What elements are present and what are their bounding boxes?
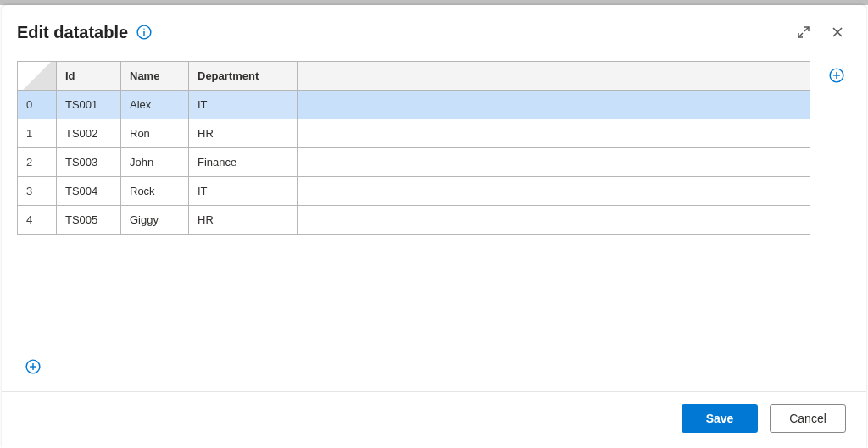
dialog-title: Edit datatable — [17, 23, 128, 42]
edit-datatable-dialog: Edit datatable — [2, 5, 866, 448]
plus-circle-icon — [829, 68, 844, 83]
cell-empty[interactable] — [298, 177, 810, 206]
table-row[interactable]: 0TS001AlexIT — [18, 91, 810, 119]
dialog-footer: Save Cancel — [2, 391, 866, 448]
cell-id[interactable]: TS004 — [57, 177, 121, 206]
table-row[interactable]: 1TS002RonHR — [18, 119, 810, 148]
table-row[interactable]: 4TS005GiggyHR — [18, 206, 810, 235]
cell-department[interactable]: HR — [189, 119, 298, 148]
header-row: Id Name Department — [18, 62, 810, 91]
add-column-button[interactable] — [827, 66, 846, 85]
add-row-button[interactable] — [24, 357, 42, 376]
row-index-cell[interactable]: 1 — [18, 119, 57, 148]
row-index-cell[interactable]: 0 — [18, 91, 57, 119]
cancel-button[interactable]: Cancel — [770, 404, 846, 433]
cell-department[interactable]: HR — [189, 206, 298, 235]
plus-circle-icon — [25, 359, 41, 374]
cell-empty[interactable] — [298, 148, 810, 177]
cell-id[interactable]: TS005 — [57, 206, 121, 235]
cell-name[interactable]: Ron — [121, 119, 189, 148]
col-header-name[interactable]: Name — [121, 62, 189, 91]
col-header-id[interactable]: Id — [57, 62, 121, 91]
cell-department[interactable]: Finance — [189, 148, 298, 177]
table-row[interactable]: 2TS003JohnFinance — [18, 148, 810, 177]
col-header-department[interactable]: Department — [189, 62, 298, 91]
dialog-header: Edit datatable — [2, 5, 866, 54]
info-icon[interactable] — [136, 25, 152, 40]
cell-name[interactable]: Alex — [121, 91, 189, 119]
select-all-corner[interactable] — [18, 62, 57, 91]
cell-department[interactable]: IT — [189, 91, 298, 119]
row-index-cell[interactable]: 4 — [18, 206, 57, 235]
save-button[interactable]: Save — [682, 404, 758, 433]
close-icon — [831, 25, 844, 39]
svg-point-2 — [143, 29, 144, 30]
close-button[interactable] — [824, 19, 851, 46]
cell-name[interactable]: John — [121, 148, 189, 177]
table-row[interactable]: 3TS004RockIT — [18, 177, 810, 206]
row-index-cell[interactable]: 2 — [18, 148, 57, 177]
dialog-body: Id Name Department 0TS001AlexIT1TS002Ron… — [2, 54, 866, 391]
cell-empty[interactable] — [298, 206, 810, 235]
cell-id[interactable]: TS002 — [57, 119, 121, 148]
col-header-empty[interactable] — [298, 62, 810, 91]
cell-empty[interactable] — [298, 119, 810, 148]
cell-name[interactable]: Rock — [121, 177, 189, 206]
cell-id[interactable]: TS001 — [57, 91, 121, 119]
cell-id[interactable]: TS003 — [57, 148, 121, 177]
cell-empty[interactable] — [298, 91, 810, 119]
row-index-cell[interactable]: 3 — [18, 177, 57, 206]
datatable[interactable]: Id Name Department 0TS001AlexIT1TS002Ron… — [17, 61, 810, 235]
cell-name[interactable]: Giggy — [121, 206, 189, 235]
expand-button[interactable] — [790, 19, 817, 46]
expand-icon — [797, 25, 810, 39]
cell-department[interactable]: IT — [189, 177, 298, 206]
